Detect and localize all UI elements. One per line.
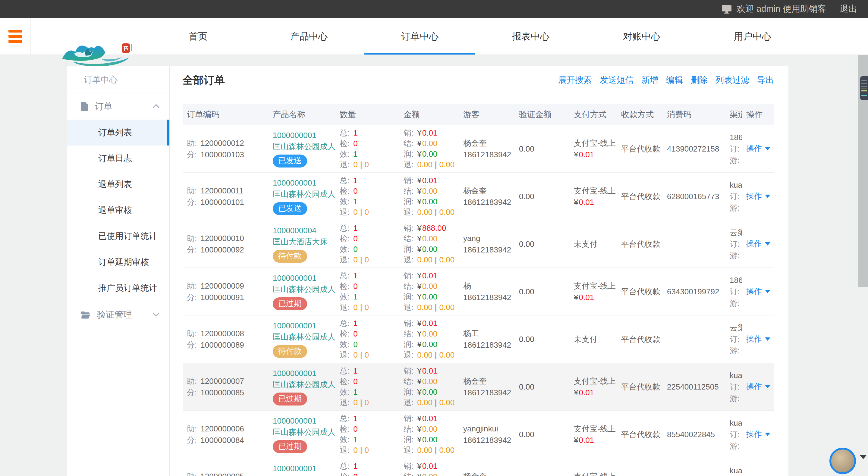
product-name-link[interactable]: 匡山森林公园成人: [273, 284, 336, 295]
pay-method-cell: 支付宝-线上¥0.01: [569, 458, 617, 476]
verify-amount-cell: 0.00: [515, 268, 569, 315]
amount-cell: 销:¥0.01 结:¥0.00 润:¥0.00 退:0.00|0.00: [399, 363, 459, 410]
product-code-link[interactable]: 1000000001: [273, 368, 336, 379]
action-dropdown[interactable]: 操作: [746, 239, 774, 249]
nav-item-home[interactable]: 首页: [143, 18, 253, 55]
guest-cell: 杨 18612183942: [459, 268, 515, 315]
header-cell: 验证金额: [515, 109, 569, 120]
action-dropdown[interactable]: 操作: [746, 334, 774, 344]
caret-down-icon: [765, 242, 770, 246]
consume-code-cell: 85540022845: [663, 411, 725, 458]
sidebar-item-order-delay-review[interactable]: 订单延期审核: [67, 249, 169, 275]
table-row[interactable]: 助:1200000010 分:1000000092 1000000004 匡山大…: [183, 220, 774, 268]
nav-item-reconciliation[interactable]: 对账中心: [586, 18, 697, 55]
action-cell: 操作: [742, 315, 774, 363]
sidebar-group-orders[interactable]: 订单: [67, 93, 169, 120]
send-sms-link[interactable]: 发送短信: [600, 74, 633, 86]
amount-cell: 销:¥0.01 结:¥0.00 润:¥0.00 退:0.00|0.00: [399, 411, 459, 458]
amount-cell: 销:¥888.00 结:¥0.00 润:¥0.00 退:0.00|0.00: [399, 220, 459, 267]
nav-item-users[interactable]: 用户中心: [697, 18, 808, 55]
nav-item-products[interactable]: 产品中心: [253, 18, 364, 55]
delete-link[interactable]: 删除: [691, 74, 708, 86]
product-name-link[interactable]: 匡山森林公园成人: [273, 331, 336, 343]
product-name-link[interactable]: 匡山森林公园成人: [273, 189, 336, 200]
table-row[interactable]: 助:1200000006 分:1000000084 1000000001 匡山森…: [183, 411, 774, 458]
floating-avatar[interactable]: [830, 448, 856, 474]
sidebar-item-refund-review[interactable]: 退单审核: [67, 197, 169, 223]
table-row[interactable]: 助:1200000007 分:1000000085 1000000001 匡山森…: [183, 363, 774, 411]
product-code-link[interactable]: 1000000001: [273, 415, 336, 426]
product-name-link[interactable]: 匡山森林公园成人: [273, 426, 336, 438]
sidebar-item-used-order-stats[interactable]: 已使用订单统计: [67, 223, 169, 249]
action-dropdown[interactable]: 操作: [746, 191, 774, 201]
action-cell: 操作: [742, 268, 774, 315]
product-name-link[interactable]: 匡山森林公园成人: [273, 474, 336, 476]
product-code-link[interactable]: 1000000001: [273, 463, 336, 474]
quantity-cell: 总:1 检:0 效:0 退:0|0: [336, 315, 399, 363]
product-name-link[interactable]: 匡山大酒店大床: [273, 236, 336, 247]
caret-down-icon: [765, 385, 770, 388]
header-cell: 支付方式: [569, 109, 617, 120]
product-code-link[interactable]: 1000000001: [273, 320, 336, 331]
header-cell: 渠道: [725, 109, 742, 120]
quantity-cell: 总:1 检:0 效:1 退:0|0: [336, 125, 399, 172]
sidebar-item-refund-list[interactable]: 退单列表: [67, 171, 169, 197]
product-name-link[interactable]: 匡山森林公园成人: [273, 141, 336, 152]
table-row[interactable]: 助:1200000012 分:1000000103 1000000001 匡山森…: [183, 125, 774, 172]
product-code-link[interactable]: 1000000001: [273, 130, 336, 141]
action-dropdown[interactable]: 操作: [746, 286, 774, 297]
table-row[interactable]: 助:1200000011 分:1000000101 1000000001 匡山森…: [183, 172, 774, 220]
product-cell: 1000000001 匡山森林公园成人 已发送: [269, 125, 336, 172]
dropdown-arrow-icon[interactable]: [860, 455, 867, 459]
nav-item-orders[interactable]: 订单中心: [364, 18, 475, 55]
file-icon: [81, 102, 88, 111]
action-cell: 操作: [742, 363, 774, 410]
hamburger-button[interactable]: [0, 18, 31, 55]
amount-cell: 销:¥0.01 结:¥0.00 润:¥0.00 退:0.00|0.00: [399, 268, 459, 315]
sidebar-item-order-list[interactable]: 订单列表: [67, 120, 169, 146]
nav-item-reports[interactable]: 报表中心: [475, 18, 586, 55]
expand-search-link[interactable]: 展开搜索: [558, 74, 592, 86]
product-code-link[interactable]: 1000000001: [273, 178, 336, 189]
amount-cell: 销:¥0.01 结:¥0.00 润:¥0.00 退:0.00|0.00: [399, 458, 459, 476]
product-name-link[interactable]: 匡山森林公园成人: [273, 379, 336, 390]
verify-amount-cell: 0.00: [515, 125, 569, 172]
table-row[interactable]: 助:1200000005 分: 1000000001 匡山森林公园成人 已发送 …: [183, 458, 774, 476]
product-cell: 1000000001 匡山森林公园成人 已过期: [269, 268, 336, 315]
consume-code-cell: 634300199792: [663, 268, 725, 315]
table-row[interactable]: 助:1200000008 分:1000000089 1000000001 匡山森…: [183, 315, 774, 363]
brand-logo: [56, 40, 137, 69]
product-cell: 1000000004 匡山大酒店大床 待付款: [269, 220, 336, 267]
pay-method-cell: 未支付: [569, 220, 617, 267]
action-cell: 操作: [742, 125, 774, 172]
action-dropdown[interactable]: 操作: [746, 144, 774, 154]
amount-cell: 销:¥0.01 结:¥0.00 润:¥0.00 退:0.00|0.00: [399, 315, 459, 363]
consume-code-cell: 413900272158: [663, 125, 725, 172]
product-code-link[interactable]: 1000000004: [273, 225, 336, 236]
status-badge: 已过期: [273, 440, 307, 453]
product-code-link[interactable]: 1000000001: [273, 273, 336, 284]
table-row[interactable]: 助:1200000009 分:1000000091 1000000001 匡山森…: [183, 268, 774, 315]
sidebar-item-promoter-order-stats[interactable]: 推广员订单统计: [67, 275, 169, 301]
pay-method-cell: 支付宝-线上¥0.01: [569, 125, 617, 172]
edit-link[interactable]: 编辑: [666, 74, 683, 86]
header-cell: 收款方式: [617, 109, 663, 120]
add-link[interactable]: 新增: [641, 74, 658, 86]
export-link[interactable]: 导出: [757, 74, 774, 86]
action-dropdown[interactable]: 操作: [746, 381, 774, 392]
list-filter-link[interactable]: 列表过滤: [715, 74, 749, 86]
order-code-cell: 助:1200000011 分:1000000101: [183, 172, 269, 220]
sidebar-group-verification[interactable]: 验证管理: [67, 301, 169, 328]
action-dropdown[interactable]: 操作: [746, 429, 774, 440]
welcome-text: 欢迎 admin 使用助销客: [737, 3, 827, 15]
header-cell: 产品名称: [269, 109, 336, 120]
sidebar: 订单中心 订单 订单列表 订单日志 退单列表 退单审核 已使用订单统计 订单延期…: [67, 66, 170, 476]
pay-method-cell: 支付宝-线上¥0.01: [569, 411, 617, 458]
guest-cell: yangjinkui 18612183942: [459, 411, 515, 458]
sidebar-item-order-log[interactable]: 订单日志: [67, 146, 169, 171]
guest-cell: 杨金奎 18612183942: [459, 458, 515, 476]
consume-code-cell: 628000165773: [663, 172, 725, 220]
pay-method-cell: 未支付: [569, 315, 617, 363]
logout-link[interactable]: 退出: [840, 3, 857, 15]
status-badge: 已发送: [273, 202, 307, 215]
